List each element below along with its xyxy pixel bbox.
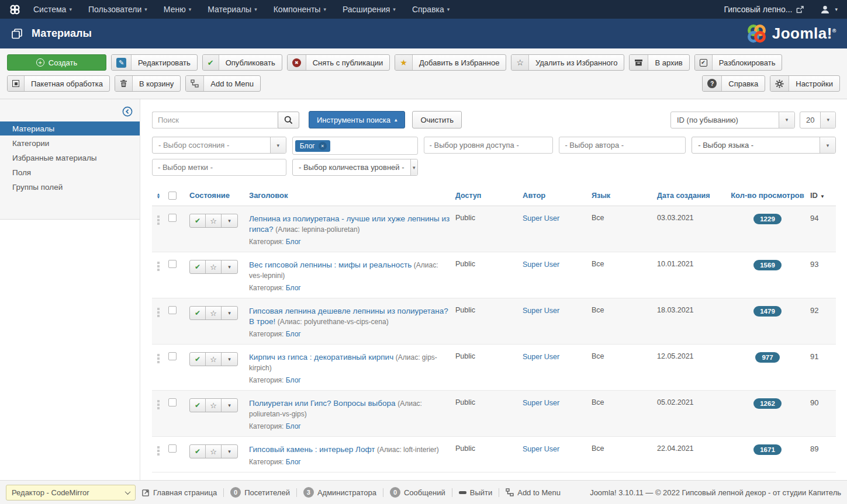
publish-button[interactable]: ✔Опубликовать bbox=[202, 54, 282, 71]
search-tools-button[interactable]: Инструменты поиска▴ bbox=[309, 111, 405, 128]
row-checkbox[interactable] bbox=[168, 214, 177, 222]
search-input[interactable] bbox=[152, 112, 278, 128]
state-dropdown-button[interactable]: ▾ bbox=[222, 260, 237, 273]
author-link[interactable]: Super User bbox=[523, 399, 559, 407]
favorite-toggle-button[interactable]: ☆ bbox=[206, 214, 222, 227]
unpublish-button[interactable]: ✖Снять с публикации bbox=[287, 54, 390, 71]
category-link[interactable]: Блог bbox=[286, 458, 301, 466]
drag-handle-icon[interactable] bbox=[157, 306, 160, 317]
publish-toggle-button[interactable]: ✔ bbox=[190, 214, 206, 227]
category-link[interactable]: Блог bbox=[286, 284, 301, 292]
collapse-sidebar-icon[interactable] bbox=[122, 106, 133, 117]
footer-add-to-menu[interactable]: Add to Menu bbox=[506, 488, 561, 497]
author-link[interactable]: Super User bbox=[523, 307, 559, 315]
header-author[interactable]: Автор bbox=[523, 191, 592, 200]
row-checkbox[interactable] bbox=[168, 444, 177, 453]
sidebar-item-articles[interactable]: Материалы bbox=[0, 121, 140, 135]
publish-toggle-button[interactable]: ✔ bbox=[190, 445, 206, 458]
menu-content[interactable]: Материалы▾ bbox=[208, 5, 257, 14]
user-menu[interactable]: ▾ bbox=[820, 5, 838, 15]
row-checkbox[interactable] bbox=[168, 398, 177, 406]
ordering-sort-icon[interactable]: ▲▼ bbox=[157, 193, 161, 199]
sidebar-item-field-groups[interactable]: Группы полей bbox=[0, 180, 140, 194]
row-checkbox[interactable] bbox=[168, 352, 177, 360]
author-link[interactable]: Super User bbox=[523, 445, 559, 453]
new-button[interactable]: +Создать bbox=[7, 54, 106, 71]
drag-handle-icon[interactable] bbox=[157, 260, 160, 271]
favorite-toggle-button[interactable]: ☆ bbox=[206, 260, 222, 273]
menu-components[interactable]: Компоненты▾ bbox=[274, 5, 326, 14]
article-title-link[interactable]: Полиуретан или Гипс? Вопросы выбора bbox=[249, 399, 396, 408]
header-id[interactable]: ID▼ bbox=[810, 191, 836, 200]
drag-handle-icon[interactable] bbox=[157, 444, 160, 456]
author-link[interactable]: Super User bbox=[523, 353, 559, 361]
help-button[interactable]: ?Справка bbox=[702, 75, 765, 92]
article-title-link[interactable]: Гипсовый камень : интерьер Лофт bbox=[249, 445, 375, 454]
category-link[interactable]: Блог bbox=[286, 330, 301, 338]
add-favorite-button[interactable]: ★Добавить в Избранное bbox=[395, 54, 506, 71]
batch-button[interactable]: Пакетная обработка bbox=[7, 75, 110, 92]
menu-extensions[interactable]: Расширения▾ bbox=[343, 5, 396, 14]
header-views[interactable]: Кол-во просмотров bbox=[728, 191, 810, 200]
publish-toggle-button[interactable]: ✔ bbox=[190, 260, 206, 273]
menu-users[interactable]: Пользователи▾ bbox=[88, 5, 147, 14]
article-title-link[interactable]: Вес гипсовой лепнины : мифы и реальность bbox=[249, 260, 412, 269]
remove-tag-icon[interactable]: × bbox=[319, 142, 327, 150]
menu-menus[interactable]: Меню▾ bbox=[164, 5, 191, 14]
header-language[interactable]: Язык bbox=[592, 192, 657, 200]
favorite-toggle-button[interactable]: ☆ bbox=[206, 307, 222, 319]
header-access[interactable]: Доступ bbox=[455, 192, 523, 200]
state-dropdown-button[interactable]: ▾ bbox=[222, 353, 237, 366]
sidebar-item-categories[interactable]: Категории bbox=[0, 136, 140, 150]
favorite-toggle-button[interactable]: ☆ bbox=[206, 445, 222, 458]
sort-select[interactable]: ID (по убыванию)▾ bbox=[670, 112, 795, 128]
trash-button[interactable]: В корзину bbox=[115, 75, 181, 92]
state-dropdown-button[interactable]: ▾ bbox=[222, 307, 237, 319]
drag-handle-icon[interactable] bbox=[157, 398, 160, 409]
row-checkbox[interactable] bbox=[168, 306, 177, 314]
publish-toggle-button[interactable]: ✔ bbox=[190, 307, 206, 319]
article-title-link[interactable]: Кирпич из гипса : декоративный кирпич bbox=[249, 353, 393, 362]
drag-handle-icon[interactable] bbox=[157, 214, 160, 225]
remove-favorite-button[interactable]: ☆Удалить из Избранного bbox=[511, 54, 624, 71]
preview-site-link[interactable]: Главная страница bbox=[142, 488, 217, 497]
options-button[interactable]: Настройки bbox=[770, 75, 840, 92]
header-date[interactable]: Дата создания bbox=[657, 192, 728, 200]
category-filter-field[interactable]: Блог× bbox=[292, 137, 418, 155]
publish-toggle-button[interactable]: ✔ bbox=[190, 399, 206, 412]
tag-filter-input[interactable] bbox=[152, 159, 286, 176]
site-preview-link[interactable]: Гипсовый лепно... bbox=[724, 5, 804, 14]
row-checkbox[interactable] bbox=[168, 260, 177, 268]
favorite-toggle-button[interactable]: ☆ bbox=[206, 399, 222, 412]
category-link[interactable]: Блог bbox=[286, 376, 301, 384]
access-filter-input[interactable] bbox=[424, 137, 554, 154]
language-filter-select[interactable]: - Выбор языка -▾ bbox=[692, 137, 836, 154]
state-dropdown-button[interactable]: ▾ bbox=[222, 214, 237, 227]
sidebar-item-featured[interactable]: Избранные материалы bbox=[0, 151, 140, 165]
author-filter-input[interactable] bbox=[559, 137, 686, 154]
menu-system[interactable]: Система▾ bbox=[33, 5, 72, 14]
menu-help[interactable]: Справка▾ bbox=[412, 5, 450, 14]
page-size-select[interactable]: 20▾ bbox=[800, 112, 836, 128]
edit-button[interactable]: ✎Редактировать bbox=[111, 54, 198, 71]
category-link[interactable]: Блог bbox=[286, 238, 301, 246]
header-state[interactable]: Состояние bbox=[189, 191, 249, 200]
publish-toggle-button[interactable]: ✔ bbox=[190, 353, 206, 366]
search-button[interactable] bbox=[278, 112, 299, 128]
levels-filter-select[interactable]: - Выбор количества уровней -▾ bbox=[292, 159, 418, 176]
header-title[interactable]: Заголовок bbox=[249, 191, 455, 200]
clear-button[interactable]: Очистить bbox=[412, 111, 462, 128]
state-dropdown-button[interactable]: ▾ bbox=[222, 399, 237, 412]
author-link[interactable]: Super User bbox=[523, 214, 559, 223]
visitors-status[interactable]: 0Посетителей bbox=[230, 487, 290, 498]
add-to-menu-button[interactable]: Add to Menu bbox=[185, 75, 261, 92]
logout-link[interactable]: Выйти bbox=[459, 488, 493, 497]
archive-button[interactable]: В архив bbox=[629, 54, 689, 71]
favorite-toggle-button[interactable]: ☆ bbox=[206, 353, 222, 366]
select-all-checkbox[interactable] bbox=[168, 192, 177, 200]
state-filter-select[interactable]: - Выбор состояния -▾ bbox=[152, 137, 286, 154]
editor-select[interactable]: Редактор - CodeMirror bbox=[6, 485, 136, 500]
drag-handle-icon[interactable] bbox=[157, 352, 160, 363]
checkin-button[interactable]: ✔Разблокировать bbox=[694, 54, 783, 71]
author-link[interactable]: Super User bbox=[523, 260, 559, 269]
